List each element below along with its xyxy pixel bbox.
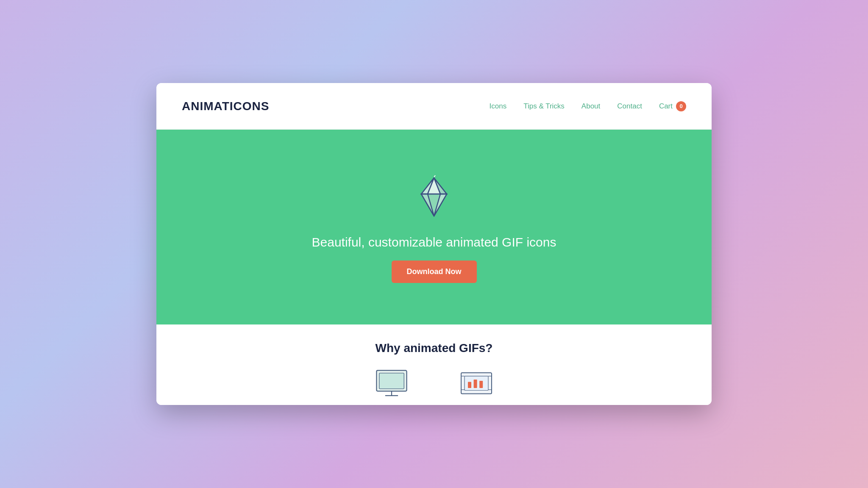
nav-cart[interactable]: Cart	[659, 102, 673, 111]
gallery-icon	[459, 368, 493, 399]
main-nav: Icons Tips & Tricks About Contact Cart 0	[490, 101, 686, 111]
nav-icons[interactable]: Icons	[490, 102, 507, 111]
cart-badge: 0	[676, 101, 686, 111]
gallery-item	[459, 368, 493, 399]
diamond-icon	[406, 172, 462, 227]
why-icons-row	[182, 368, 686, 399]
svg-rect-16	[479, 381, 483, 388]
why-title: Why animated GIFs?	[376, 341, 493, 355]
header: ANIMATICONS Icons Tips & Tricks About Co…	[156, 83, 712, 130]
nav-contact[interactable]: Contact	[617, 102, 642, 111]
browser-window: ANIMATICONS Icons Tips & Tricks About Co…	[156, 83, 712, 405]
nav-about[interactable]: About	[581, 102, 600, 111]
svg-rect-14	[468, 382, 471, 388]
why-section: Why animated GIFs?	[156, 324, 712, 405]
cart-item[interactable]: Cart 0	[659, 101, 686, 111]
hero-section: Beautiful, customizable animated GIF ico…	[156, 130, 712, 324]
hero-tagline: Beautiful, customizable animated GIF ico…	[312, 235, 556, 250]
svg-rect-9	[379, 373, 404, 389]
nav-tips-tricks[interactable]: Tips & Tricks	[523, 102, 565, 111]
monitor-icon	[375, 368, 409, 399]
logo: ANIMATICONS	[182, 100, 269, 113]
svg-rect-15	[474, 380, 477, 388]
download-now-button[interactable]: Download Now	[392, 261, 477, 283]
monitor-item	[375, 368, 409, 399]
svg-line-7	[434, 175, 435, 177]
